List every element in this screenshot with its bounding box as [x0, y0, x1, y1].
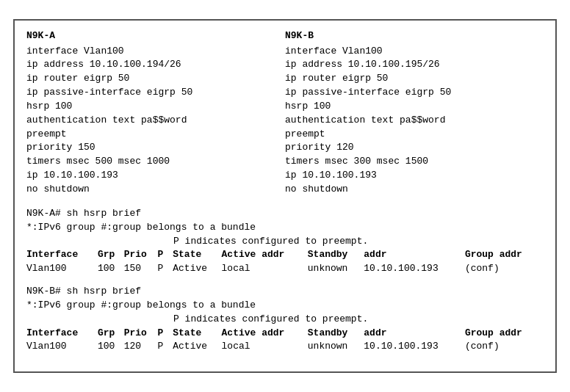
hsrp-b-row-state: Active	[173, 340, 221, 354]
col-p: P	[158, 248, 173, 262]
n9ka-line-6: authentication text pa$$word	[26, 114, 278, 128]
hsrp-a-block: N9K-A# sh hsrp brief *:IPv6 group #:grou…	[26, 207, 544, 276]
n9ka-line-4: ip passive-interface eigrp 50	[26, 86, 278, 100]
hsrp-b-row-group-addr: (conf)	[465, 340, 544, 354]
col-b-standby: Standby	[308, 327, 364, 341]
n9kb-line-6: authentication text pa$$word	[285, 114, 536, 128]
n9ka-column: N9K-A interface Vlan100 ip address 10.10…	[26, 29, 285, 197]
n9ka-label: N9K-A	[26, 29, 278, 43]
hsrp-b-row-addr: 10.10.100.193	[364, 340, 465, 354]
n9ka-line-1: interface Vlan100	[26, 45, 278, 59]
hsrp-a-row-state: Active	[173, 262, 221, 276]
hsrp-a-row-addr: 10.10.100.193	[364, 262, 465, 276]
n9ka-line-7: preempt	[26, 128, 278, 142]
hsrp-b-header-row: Interface Grp Prio P State Active addr S…	[26, 327, 544, 341]
hsrp-a-legend1: *:IPv6 group #:group belongs to a bundle	[26, 221, 544, 235]
hsrp-a-header-row: Interface Grp Prio P State Active addr S…	[26, 248, 544, 262]
n9kb-column: N9K-B interface Vlan100 ip address 10.10…	[285, 29, 544, 197]
hsrp-b-legend2: P indicates configured to preempt.	[26, 313, 544, 327]
n9kb-line-8: priority 120	[285, 141, 536, 155]
n9kb-line-5: hsrp 100	[285, 100, 536, 114]
n9kb-line-7: preempt	[285, 128, 536, 142]
hsrp-b-table: Interface Grp Prio P State Active addr S…	[26, 327, 544, 355]
col-standby: Standby	[308, 248, 364, 262]
hsrp-b-data-row: Vlan100 100 120 P Active local unknown 1…	[26, 340, 544, 354]
col-b-grp: Grp	[98, 327, 124, 341]
col-b-p: P	[158, 327, 173, 341]
col-b-interface: Interface	[26, 327, 98, 341]
config-columns: N9K-A interface Vlan100 ip address 10.10…	[26, 29, 544, 197]
n9kb-line-9: timers msec 300 msec 1500	[285, 155, 536, 169]
hsrp-b-row-interface: Vlan100	[26, 340, 98, 354]
n9kb-line-2: ip address 10.10.100.195/26	[285, 58, 536, 72]
col-active-addr: Active addr	[222, 248, 308, 262]
col-b-prio: Prio	[124, 327, 158, 341]
hsrp-a-legend2: P indicates configured to preempt.	[26, 235, 544, 249]
hsrp-b-row-prio: 120	[124, 340, 158, 354]
col-interface: Interface	[26, 248, 98, 262]
n9ka-line-3: ip router eigrp 50	[26, 72, 278, 86]
hsrp-b-block: N9K-B# sh hsrp brief *:IPv6 group #:grou…	[26, 285, 544, 354]
col-grp: Grp	[98, 248, 124, 262]
n9kb-line-3: ip router eigrp 50	[285, 72, 536, 86]
hsrp-a-data-row: Vlan100 100 150 P Active local unknown 1…	[26, 262, 544, 276]
hsrp-a-row-prio: 150	[124, 262, 158, 276]
col-b-group-addr: Group addr	[465, 327, 544, 341]
n9ka-line-11: no shutdown	[26, 183, 278, 197]
hsrp-a-row-grp: 100	[98, 262, 124, 276]
n9ka-line-10: ip 10.10.100.193	[26, 169, 278, 183]
n9kb-line-10: ip 10.10.100.193	[285, 169, 536, 183]
config-panel: N9K-A interface Vlan100 ip address 10.10…	[13, 19, 557, 374]
n9ka-line-5: hsrp 100	[26, 100, 278, 114]
col-prio: Prio	[124, 248, 158, 262]
hsrp-a-row-p: P	[158, 262, 173, 276]
page-container: N9K-A interface Vlan100 ip address 10.10…	[0, 0, 570, 392]
col-addr: addr	[364, 248, 465, 262]
n9ka-line-9: timers msec 500 msec 1000	[26, 155, 278, 169]
n9ka-line-8: priority 150	[26, 141, 278, 155]
hsrp-b-row-active-addr: local	[222, 340, 308, 354]
col-group-addr: Group addr	[465, 248, 544, 262]
hsrp-a-table: Interface Grp Prio P State Active addr S…	[26, 248, 544, 276]
hsrp-b-legend1: *:IPv6 group #:group belongs to a bundle	[26, 299, 544, 313]
col-state: State	[173, 248, 221, 262]
col-b-state: State	[173, 327, 221, 341]
hsrp-a-row-interface: Vlan100	[26, 262, 98, 276]
n9kb-line-1: interface Vlan100	[285, 45, 536, 59]
n9kb-line-4: ip passive-interface eigrp 50	[285, 86, 536, 100]
col-b-addr: addr	[364, 327, 465, 341]
n9ka-line-2: ip address 10.10.100.194/26	[26, 58, 278, 72]
n9kb-line-11: no shutdown	[285, 183, 536, 197]
hsrp-b-row-p: P	[158, 340, 173, 354]
hsrp-a-row-group-addr: (conf)	[465, 262, 544, 276]
hsrp-a-row-active-addr: local	[222, 262, 308, 276]
hsrp-b-row-grp: 100	[98, 340, 124, 354]
hsrp-a-prompt: N9K-A# sh hsrp brief	[26, 207, 544, 221]
hsrp-a-row-standby: unknown	[308, 262, 364, 276]
col-b-active-addr: Active addr	[222, 327, 308, 341]
hsrp-b-prompt: N9K-B# sh hsrp brief	[26, 285, 544, 299]
hsrp-b-row-standby: unknown	[308, 340, 364, 354]
n9kb-label: N9K-B	[285, 29, 536, 43]
